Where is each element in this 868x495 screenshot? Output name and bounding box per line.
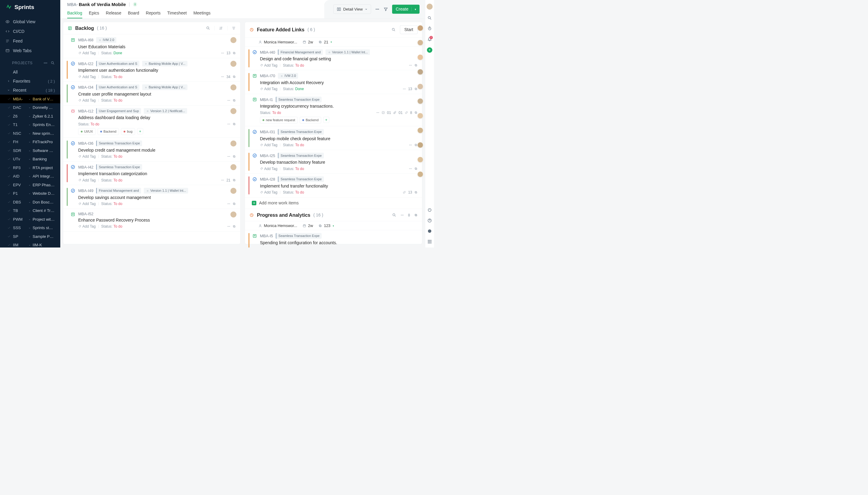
more-icon[interactable] <box>375 7 379 11</box>
work-item[interactable]: MBA-I1Seamless Transaction ExpeIntegrati… <box>245 94 422 126</box>
sidebar-group-favorites[interactable]: Favorites ( 2 ) <box>0 76 60 86</box>
chip[interactable]: Seamless Transaction Expe <box>278 129 324 135</box>
work-item[interactable]: MBA-I70IVM 2.0Integration with Account R… <box>245 70 422 94</box>
search-icon[interactable] <box>392 213 396 217</box>
work-item[interactable]: MBA-I5Seamless Transaction ExpeSpending … <box>245 230 422 248</box>
chip[interactable]: Seamless Transaction Expe <box>278 176 324 182</box>
sidebar-group-all[interactable]: All <box>0 68 60 76</box>
project-item[interactable]: MBA--Bank of Verdia ... <box>0 95 60 103</box>
sidebar-item-ci-cd[interactable]: CI/CD <box>0 27 60 36</box>
tag[interactable]: bug <box>121 129 135 135</box>
add-tag[interactable]: Add Tag <box>79 51 96 55</box>
tab-meetings[interactable]: Meetings <box>193 9 211 18</box>
status-value[interactable]: To do <box>114 154 122 158</box>
work-item[interactable]: MBA-I34User Authentication and SBanking … <box>63 82 241 105</box>
more-icon[interactable] <box>409 167 412 170</box>
help-icon[interactable] <box>427 218 432 223</box>
project-item[interactable]: Z6-Zylker 6.2.1 <box>0 112 60 121</box>
assignee-avatar[interactable] <box>230 84 237 90</box>
user-avatar[interactable] <box>427 4 433 10</box>
tab-release[interactable]: Release <box>106 9 121 18</box>
work-item[interactable]: MBA-I68IVM 2.0User Education MaterialsAd… <box>63 34 241 58</box>
tab-backlog[interactable]: Backlog <box>67 9 82 18</box>
status-value[interactable]: To do <box>90 122 99 126</box>
search-icon[interactable] <box>51 61 55 65</box>
tag[interactable]: Backend <box>98 129 119 135</box>
whatsnew-icon[interactable] <box>427 208 432 212</box>
add-button[interactable]: + <box>427 47 432 53</box>
sidebar-item-web-tabs[interactable]: Web Tabs <box>0 46 60 55</box>
more-icon[interactable] <box>221 52 224 55</box>
add-tag[interactable]: Add Tag <box>79 154 96 158</box>
project-item[interactable]: FH-FitTrackPro <box>0 138 60 147</box>
more-icon[interactable] <box>227 155 230 158</box>
more-icon[interactable] <box>227 122 230 126</box>
chip[interactable]: Version 1.1 | Wallet Int... <box>326 49 370 55</box>
chip[interactable]: IVM 2.0 <box>96 37 116 43</box>
add-tag[interactable]: Add Tag <box>260 167 278 171</box>
tab-reports[interactable]: Reports <box>146 9 161 18</box>
add-tag-button[interactable]: + <box>324 117 329 123</box>
assignee-avatar[interactable] <box>230 164 237 170</box>
status-value[interactable]: To do <box>295 63 304 68</box>
status-value[interactable]: To do <box>295 143 304 147</box>
sort-icon[interactable] <box>219 26 223 30</box>
project-item[interactable]: UTv-Banking <box>0 155 60 164</box>
chip[interactable]: Financial Management and <box>278 49 323 55</box>
tag[interactable]: Backend <box>300 117 321 124</box>
assignee-avatar[interactable] <box>230 37 237 43</box>
add-tag[interactable]: Add Tag <box>260 87 278 91</box>
assignee-avatar[interactable] <box>230 140 237 147</box>
assignee-avatar[interactable] <box>230 188 237 194</box>
project-item[interactable]: NSC-New sprints co... <box>0 129 60 138</box>
add-tag[interactable]: Add Tag <box>79 202 96 206</box>
add-tag[interactable]: Add Tag <box>79 178 96 182</box>
project-item[interactable]: RP3-RTA project <box>0 164 60 172</box>
chip[interactable]: Version 1.2 | Notificati... <box>144 108 187 114</box>
work-item[interactable]: MBA-I36Seamless Transaction ExpeDevelop … <box>63 138 241 161</box>
theme-icon[interactable] <box>427 229 432 233</box>
status-value[interactable]: To do <box>272 110 281 115</box>
notifications-icon[interactable]: 7 <box>427 37 432 41</box>
assignee-avatar[interactable] <box>230 108 237 114</box>
work-item[interactable]: MBA-I42Seamless Transaction ExpeImplemen… <box>63 161 241 185</box>
status-value[interactable]: To do <box>272 247 281 248</box>
tab-board[interactable]: Board <box>128 9 139 18</box>
sprint-duration[interactable]: 2w <box>302 223 313 228</box>
project-item[interactable]: AID-API Integration ... <box>0 172 60 181</box>
status-value[interactable]: To do <box>114 75 122 79</box>
assignee-avatar[interactable] <box>230 61 237 67</box>
status-value[interactable]: To do <box>114 178 122 182</box>
work-item[interactable]: MBA-I49Financial Management andVersion 1… <box>63 185 241 209</box>
project-item[interactable]: IIM-IIM-K <box>0 241 60 248</box>
status-value[interactable]: To do <box>295 190 304 194</box>
more-icon[interactable] <box>227 202 230 206</box>
sprint-duration[interactable]: 2w <box>302 40 313 45</box>
sprint-owner[interactable]: Monica Hemswor... <box>259 223 297 228</box>
work-item[interactable]: MBA-I22User Authentication and SBanking … <box>63 58 241 82</box>
create-button[interactable]: Create ▾ <box>392 4 419 14</box>
chip[interactable]: Banking Mobile App | V... <box>142 61 188 67</box>
sprint-points[interactable]: 123▾ <box>318 223 334 228</box>
sprint-points[interactable]: 21▾ <box>318 40 332 45</box>
add-more-items[interactable]: +Add more work items <box>245 198 422 209</box>
chip[interactable]: User Engagement and Sup <box>96 108 141 114</box>
add-tag[interactable]: Add Tag <box>79 75 96 79</box>
project-item[interactable]: TB-Client # Trust Ba... <box>0 206 60 215</box>
add-tag[interactable]: Add Tag <box>79 98 96 102</box>
search-icon[interactable] <box>392 28 396 32</box>
status-value[interactable]: To do <box>114 202 122 206</box>
chip[interactable]: Banking Mobile App | V... <box>142 84 188 90</box>
project-item[interactable]: PWM-Project with mul... <box>0 215 60 224</box>
chip[interactable]: Version 1.1 | Wallet Int... <box>144 188 188 193</box>
project-item[interactable]: SDR-Software develo... <box>0 146 60 155</box>
project-item[interactable]: P1-Website Design <box>0 189 60 198</box>
project-item[interactable]: SP-Sample Project <box>0 232 60 241</box>
more-icon[interactable] <box>409 64 412 67</box>
sidebar-item-feed[interactable]: Feed <box>0 36 60 46</box>
more-icon[interactable] <box>227 99 230 102</box>
more-icon[interactable] <box>376 111 379 114</box>
tab-timesheet[interactable]: Timesheet <box>167 9 187 18</box>
more-icon[interactable] <box>227 225 230 228</box>
assignee-avatar[interactable] <box>230 211 237 218</box>
